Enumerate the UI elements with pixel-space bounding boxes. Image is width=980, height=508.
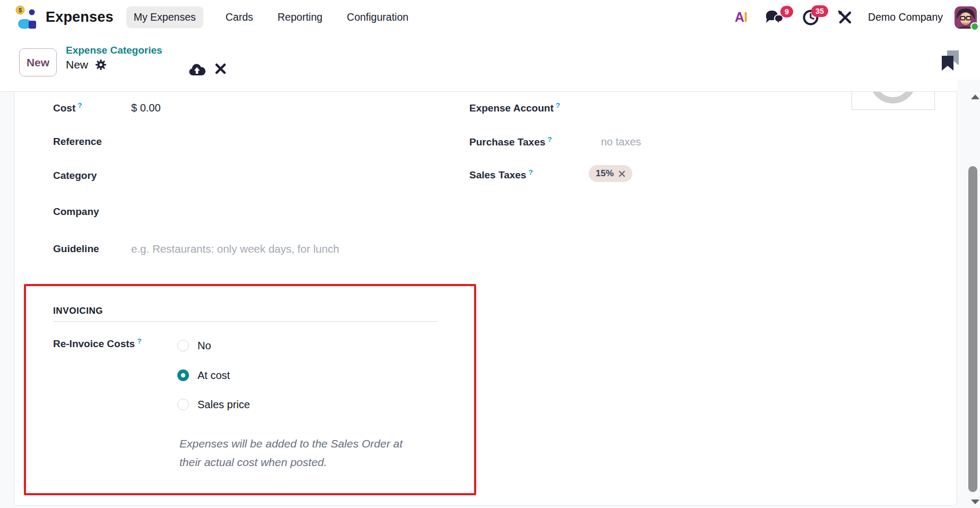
online-status-dot <box>970 22 979 31</box>
company-field-row: Company <box>53 204 99 220</box>
expenses-app-icon[interactable]: $ <box>15 5 39 30</box>
guideline-field-row: Guideline <box>53 241 99 257</box>
guideline-label: Guideline <box>53 243 99 255</box>
radio-sales-price[interactable] <box>177 399 189 410</box>
category-input-row <box>131 168 359 184</box>
scrollbar-thumb[interactable] <box>968 166 977 492</box>
sales-tax-tag[interactable]: 15% <box>589 165 632 182</box>
vertical-scrollbar[interactable] <box>957 80 980 508</box>
company-label: Company <box>53 206 99 218</box>
reinvoice-field-row: Re-Invoice Costs? <box>53 335 141 351</box>
menu-configuration[interactable]: Configuration <box>345 6 410 28</box>
reinvoice-label: Re-Invoice Costs? <box>53 337 141 350</box>
breadcrumb: Expense Categories New <box>66 45 162 71</box>
sales-taxes-field-row: Sales Taxes? <box>469 167 533 183</box>
expense-account-input[interactable] <box>601 101 829 115</box>
radio-sales-price-label[interactable]: Sales price <box>197 399 250 411</box>
purchase-taxes-field-row: Purchase Taxes? <box>469 134 552 150</box>
expense-account-label: Expense Account? <box>469 101 560 114</box>
help-icon: ? <box>78 101 82 109</box>
scroll-down-arrow[interactable] <box>971 500 979 504</box>
radio-at-cost-label[interactable]: At cost <box>197 369 230 382</box>
reinvoice-option-sales-price: Sales price <box>177 398 250 411</box>
expense-account-input-row <box>601 100 829 116</box>
menu-reporting[interactable]: Reporting <box>276 6 325 28</box>
reinvoice-help-note-line1: Expenses will be added to the Sales Orde… <box>179 437 402 450</box>
help-icon: ? <box>528 168 532 176</box>
company-input-row <box>131 204 359 220</box>
scroll-up-arrow[interactable] <box>971 94 979 99</box>
company-input[interactable] <box>131 205 359 219</box>
cost-input[interactable]: $ 0.00 <box>131 102 161 114</box>
reinvoice-option-no: No <box>177 339 211 352</box>
activities-count-badge: 35 <box>811 5 828 18</box>
reinvoice-option-at-cost: At cost <box>177 369 230 382</box>
reference-input[interactable] <box>131 135 359 149</box>
control-panel: New Expense Categories New <box>0 35 957 92</box>
main-menu: My Expenses Cards Reporting Configuratio… <box>126 6 431 28</box>
bookmarks-icon[interactable] <box>942 50 963 77</box>
expense-account-field-row: Expense Account? <box>469 100 560 116</box>
form-sheet: Cost? $ 0.00 Reference Category Company … <box>14 92 957 506</box>
section-divider <box>53 321 438 322</box>
breadcrumb-parent-link[interactable]: Expense Categories <box>66 45 162 56</box>
help-icon: ? <box>137 337 141 345</box>
tools-icon[interactable] <box>837 10 853 25</box>
new-button[interactable]: New <box>19 48 57 76</box>
menu-cards[interactable]: Cards <box>223 6 255 28</box>
category-label: Category <box>53 170 97 182</box>
reference-input-row <box>131 134 359 150</box>
cost-field-row: Cost? <box>53 100 82 116</box>
cost-label: Cost? <box>53 101 82 114</box>
sales-tax-tag-label: 15% <box>596 168 614 179</box>
save-cloud-icon[interactable] <box>188 63 205 79</box>
systray: AI 9 35 Demo Company <box>735 0 977 35</box>
radio-no-label[interactable]: No <box>197 340 211 352</box>
menu-my-expenses[interactable]: My Expenses <box>126 6 203 28</box>
cost-value-row: $ 0.00 <box>131 100 161 116</box>
messages-count-badge: 9 <box>780 6 793 18</box>
reference-label: Reference <box>53 136 102 148</box>
radio-no[interactable] <box>177 340 189 351</box>
top-navbar: $ Expenses My Expenses Cards Reporting C… <box>0 0 980 35</box>
svg-text:$: $ <box>19 7 22 13</box>
purchase-taxes-label: Purchase Taxes? <box>469 135 552 148</box>
guideline-input-row: e.g. Restaurants: only week days, for lu… <box>131 241 339 257</box>
purchase-taxes-input-row: no taxes <box>601 134 641 150</box>
app-name[interactable]: Expenses <box>46 9 114 25</box>
discard-x-icon[interactable] <box>214 63 227 77</box>
invoicing-section-title: INVOICING <box>53 306 103 316</box>
category-field-row: Category <box>53 168 97 184</box>
category-image-placeholder[interactable] <box>852 92 935 110</box>
breadcrumb-current: New <box>66 58 88 71</box>
help-icon: ? <box>547 135 552 143</box>
company-switcher[interactable]: Demo Company <box>868 11 943 23</box>
gear-icon[interactable] <box>95 59 107 71</box>
purchase-taxes-input[interactable]: no taxes <box>601 136 641 148</box>
category-input[interactable] <box>131 169 359 183</box>
ai-icon[interactable]: AI <box>735 10 747 25</box>
avatar[interactable] <box>955 6 977 29</box>
content-area: Cost? $ 0.00 Reference Category Company … <box>0 80 980 508</box>
messages-icon[interactable]: 9 <box>765 10 784 25</box>
reference-field-row: Reference <box>53 134 102 150</box>
radio-at-cost[interactable] <box>177 369 189 381</box>
sales-taxes-label: Sales Taxes? <box>469 168 533 181</box>
activities-icon[interactable]: 35 <box>802 9 819 26</box>
image-placeholder-circle <box>870 92 916 104</box>
guideline-input[interactable]: e.g. Restaurants: only week days, for lu… <box>131 243 339 255</box>
tag-remove-icon[interactable] <box>618 170 625 177</box>
help-icon: ? <box>556 101 560 109</box>
reinvoice-help-note-line2: their actual cost when posted. <box>179 456 327 469</box>
